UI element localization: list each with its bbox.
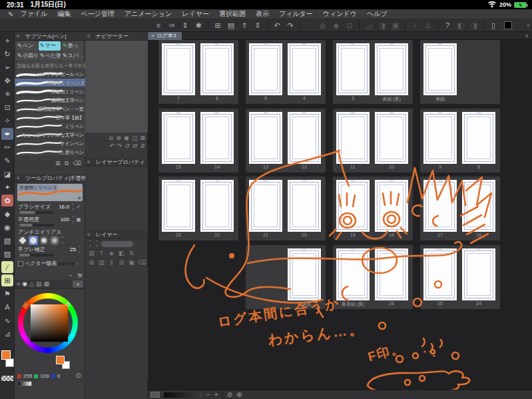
- page-thumbnail[interactable]: [423, 112, 457, 164]
- close-tab-icon[interactable]: ×: [151, 33, 154, 39]
- panel-menu-icon[interactable]: ≡: [87, 158, 91, 167]
- current-brush-preview[interactable]: 不透明ミリペン 2 ◈: [17, 184, 83, 201]
- menu-item-8[interactable]: フィルター: [279, 10, 313, 17]
- page-thumbnail[interactable]: [162, 180, 195, 232]
- page-thumbnail[interactable]: [288, 248, 321, 300]
- pen-tool-icon[interactable]: ✒: [1, 128, 13, 140]
- menu-item-5[interactable]: レイヤー: [182, 10, 209, 17]
- subtool-group-description[interactable]: 主線も水彩も厚塗りも一本でやる: [15, 61, 85, 70]
- brush-item[interactable]: 不透明ミリペン 2: [15, 79, 85, 87]
- page-spread[interactable]: 2524: [420, 245, 500, 309]
- device-settings-icon[interactable]: ▯: [487, 20, 500, 31]
- fit-screen-icon[interactable]: ⊠: [140, 135, 145, 141]
- layer-opacity-stepper[interactable]: ⌃⌄: [88, 240, 93, 247]
- ruler-tool-icon[interactable]: ⊿: [1, 328, 13, 340]
- subtool-tab-1[interactable]: ✎ペン: [16, 41, 38, 51]
- zoom-reset-icon[interactable]: ◉: [124, 135, 129, 141]
- menu-item-10[interactable]: ヘルプ: [367, 10, 388, 17]
- color-slider-tab[interactable]: ▤: [36, 280, 42, 288]
- navigator-preview[interactable]: [85, 41, 148, 133]
- menu-item-7[interactable]: 表示: [256, 10, 269, 17]
- zoom-out-button[interactable]: −: [206, 391, 210, 399]
- menu-item-4[interactable]: アニメーション: [125, 10, 172, 17]
- toolbar-color-swatch[interactable]: [504, 21, 512, 29]
- brush-size-stepper[interactable]: ⌃⌄: [71, 204, 75, 210]
- color-panel-swatches[interactable]: [56, 356, 73, 370]
- page-spread[interactable]: 2322: [158, 177, 238, 240]
- airbrush-tool-icon[interactable]: ✦: [1, 181, 13, 193]
- saturation-value-box[interactable]: [31, 304, 68, 342]
- subtool-tab-4[interactable]: ✎小回り: [16, 51, 38, 61]
- transfer-layer-icon[interactable]: ⊻: [108, 259, 115, 266]
- color-triangle-tab[interactable]: △: [29, 280, 34, 288]
- vector-snap-checkbox[interactable]: [18, 261, 23, 266]
- layer-lock-icon[interactable]: ◈: [108, 250, 115, 256]
- panel-collapse-icon[interactable]: ∨: [73, 280, 83, 288]
- zoom-tool-icon[interactable]: ⌖: [1, 35, 13, 47]
- flip-horizontal-icon[interactable]: ◫: [132, 135, 138, 141]
- delete-subtool-icon[interactable]: ⌫: [73, 160, 81, 167]
- fit-height-icon[interactable]: ⇵: [140, 143, 145, 149]
- blend-mode-select[interactable]: [101, 241, 133, 247]
- page-thumbnail[interactable]: [375, 112, 408, 164]
- panel-menu-icon[interactable]: ≡: [17, 280, 20, 288]
- page-thumbnail[interactable]: [423, 43, 457, 95]
- layer-text-icon[interactable]: T: [98, 250, 105, 256]
- brush-item[interactable]: 不透明ミリペン: [15, 87, 85, 96]
- color-set-tab[interactable]: ▦: [44, 280, 50, 288]
- page-spread[interactable]: 1312: [246, 109, 326, 173]
- navigator-mini-icon[interactable]: [150, 392, 160, 398]
- rotate-reset-icon[interactable]: ↺: [125, 143, 130, 149]
- transparent-color-swatch[interactable]: [1, 376, 13, 381]
- panel-menu-icon[interactable]: ≡: [87, 230, 91, 239]
- opacity-stepper[interactable]: ⌃⌄: [71, 216, 75, 223]
- main-menu-icon[interactable]: ≡: [152, 20, 165, 31]
- page-thumbnail[interactable]: [200, 112, 234, 164]
- page-thumbnail[interactable]: [336, 248, 370, 300]
- opacity-value[interactable]: 100: [61, 216, 69, 222]
- page-spread[interactable]: 3表紙 (裏): [333, 40, 413, 104]
- aa-weak-option[interactable]: [29, 236, 38, 245]
- subtool-tab-6[interactable]: ✎スパ: [61, 51, 83, 61]
- page-spread[interactable]: 54: [246, 40, 326, 104]
- foreground-color-swatch[interactable]: [1, 350, 11, 360]
- zoom-out-icon[interactable]: ⊖: [109, 135, 114, 141]
- fill-tool-icon[interactable]: ▨: [1, 248, 13, 260]
- marquee-select-tool-icon[interactable]: ⊡: [1, 101, 13, 113]
- delete-layer-icon[interactable]: ⌫: [138, 259, 145, 266]
- page-thumbnail[interactable]: [200, 180, 234, 232]
- auto-select-tool-icon[interactable]: ✳: [1, 88, 13, 100]
- page-thumbnail[interactable]: [162, 112, 195, 164]
- curve-tool-icon[interactable]: ∿: [1, 314, 13, 326]
- collapse-toolbar-icon[interactable]: «: [527, 22, 530, 29]
- page-thumbnail[interactable]: [336, 43, 370, 95]
- page-thumbnail[interactable]: [423, 248, 457, 300]
- zoom-in-button[interactable]: +: [214, 391, 218, 399]
- page-spread[interactable]: 1110: [333, 109, 413, 173]
- brush-item[interactable]: 描画用文字ペン: [15, 96, 85, 105]
- subtool-tab-5[interactable]: ✎べた塗: [39, 51, 61, 61]
- page-spread[interactable]: 98: [420, 109, 500, 173]
- undo-icon[interactable]: ↶: [270, 20, 284, 31]
- main-color-swatch[interactable]: [56, 356, 65, 364]
- page-thumbnail[interactable]: [462, 180, 495, 232]
- page-thumbnail[interactable]: [288, 180, 321, 232]
- brush-item[interactable]: ミリペン: [15, 122, 85, 131]
- redo-icon[interactable]: ↷: [284, 20, 297, 31]
- brush-item[interactable]: 描画用文字ペン・一定: [15, 105, 85, 113]
- zoom-slider[interactable]: [164, 392, 202, 398]
- brush-item[interactable]: ちょっぴりリアルな文字ペン: [15, 131, 85, 139]
- frame-border-tool-icon[interactable]: ⊞: [1, 274, 13, 286]
- quick-access-icon[interactable]: ✱: [192, 20, 205, 31]
- stabilization-slider[interactable]: [19, 254, 54, 256]
- brush-item[interactable]: サインペン: [15, 139, 85, 148]
- page-thumbnail[interactable]: [375, 248, 408, 300]
- pencil-tool-icon[interactable]: ✏: [1, 141, 13, 153]
- new-canvas-icon[interactable]: ⊞: [211, 20, 224, 31]
- panel-menu-icon[interactable]: ≡: [17, 174, 20, 183]
- page-thumbnail[interactable]: [288, 112, 321, 164]
- lock-icon[interactable]: ◈: [78, 195, 81, 200]
- rotate-left-icon[interactable]: ↶: [109, 143, 115, 149]
- opacity-dynamics-icon[interactable]: ▣: [75, 216, 82, 222]
- document-tab[interactable]: ×ログ本3: [148, 32, 182, 40]
